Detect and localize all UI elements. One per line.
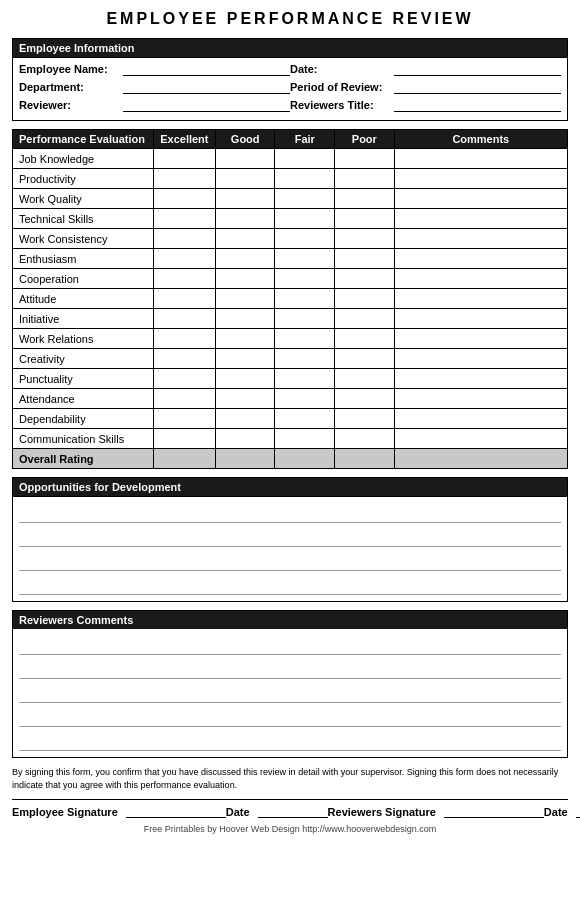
rating-good-cell[interactable] xyxy=(215,369,275,389)
rating-excellent-cell[interactable] xyxy=(153,349,215,369)
rating-excellent-cell[interactable] xyxy=(153,189,215,209)
rating-good-cell[interactable] xyxy=(215,209,275,229)
comment-cell[interactable] xyxy=(394,349,567,369)
reviewer-line-2[interactable] xyxy=(19,657,561,679)
rating-fair-cell[interactable] xyxy=(275,329,335,349)
rating-poor-cell[interactable] xyxy=(335,429,395,449)
overall-comment-cell[interactable] xyxy=(394,449,567,469)
overall-fair-cell[interactable] xyxy=(275,449,335,469)
comment-cell[interactable] xyxy=(394,369,567,389)
overall-good-cell[interactable] xyxy=(215,449,275,469)
reviewers-title-input[interactable] xyxy=(394,98,561,112)
rating-good-cell[interactable] xyxy=(215,429,275,449)
rating-excellent-cell[interactable] xyxy=(153,249,215,269)
reviewer-input[interactable] xyxy=(123,98,290,112)
rating-excellent-cell[interactable] xyxy=(153,309,215,329)
rating-excellent-cell[interactable] xyxy=(153,369,215,389)
reviewers-sig-line[interactable] xyxy=(444,804,544,818)
date-sig-line-left[interactable] xyxy=(258,804,328,818)
comment-cell[interactable] xyxy=(394,389,567,409)
rating-poor-cell[interactable] xyxy=(335,209,395,229)
rating-excellent-cell[interactable] xyxy=(153,269,215,289)
rating-excellent-cell[interactable] xyxy=(153,169,215,189)
reviewer-line-5[interactable] xyxy=(19,729,561,751)
rating-excellent-cell[interactable] xyxy=(153,149,215,169)
rating-good-cell[interactable] xyxy=(215,329,275,349)
rating-good-cell[interactable] xyxy=(215,249,275,269)
rating-excellent-cell[interactable] xyxy=(153,209,215,229)
rating-good-cell[interactable] xyxy=(215,349,275,369)
rating-good-cell[interactable] xyxy=(215,389,275,409)
rating-fair-cell[interactable] xyxy=(275,289,335,309)
rating-fair-cell[interactable] xyxy=(275,229,335,249)
rating-fair-cell[interactable] xyxy=(275,209,335,229)
dev-line-2[interactable] xyxy=(19,525,561,547)
rating-poor-cell[interactable] xyxy=(335,349,395,369)
rating-poor-cell[interactable] xyxy=(335,269,395,289)
rating-poor-cell[interactable] xyxy=(335,369,395,389)
rating-good-cell[interactable] xyxy=(215,289,275,309)
rating-good-cell[interactable] xyxy=(215,409,275,429)
comment-cell[interactable] xyxy=(394,209,567,229)
comment-cell[interactable] xyxy=(394,189,567,209)
department-input[interactable] xyxy=(123,80,290,94)
rating-excellent-cell[interactable] xyxy=(153,329,215,349)
date-input[interactable] xyxy=(394,62,561,76)
dev-line-4[interactable] xyxy=(19,573,561,595)
rating-poor-cell[interactable] xyxy=(335,149,395,169)
dev-line-3[interactable] xyxy=(19,549,561,571)
rating-poor-cell[interactable] xyxy=(335,329,395,349)
reviewer-line-4[interactable] xyxy=(19,705,561,727)
comment-cell[interactable] xyxy=(394,269,567,289)
comment-cell[interactable] xyxy=(394,289,567,309)
rating-excellent-cell[interactable] xyxy=(153,429,215,449)
rating-fair-cell[interactable] xyxy=(275,269,335,289)
reviewer-line-3[interactable] xyxy=(19,681,561,703)
rating-excellent-cell[interactable] xyxy=(153,289,215,309)
rating-poor-cell[interactable] xyxy=(335,169,395,189)
rating-fair-cell[interactable] xyxy=(275,369,335,389)
comment-cell[interactable] xyxy=(394,149,567,169)
rating-poor-cell[interactable] xyxy=(335,389,395,409)
rating-excellent-cell[interactable] xyxy=(153,409,215,429)
rating-poor-cell[interactable] xyxy=(335,189,395,209)
comment-cell[interactable] xyxy=(394,169,567,189)
rating-good-cell[interactable] xyxy=(215,309,275,329)
dev-line-1[interactable] xyxy=(19,501,561,523)
rating-fair-cell[interactable] xyxy=(275,309,335,329)
rating-good-cell[interactable] xyxy=(215,229,275,249)
comment-cell[interactable] xyxy=(394,309,567,329)
rating-fair-cell[interactable] xyxy=(275,149,335,169)
reviewer-line-1[interactable] xyxy=(19,633,561,655)
comment-cell[interactable] xyxy=(394,249,567,269)
rating-poor-cell[interactable] xyxy=(335,229,395,249)
rating-good-cell[interactable] xyxy=(215,269,275,289)
employee-sig-line[interactable] xyxy=(126,804,226,818)
rating-poor-cell[interactable] xyxy=(335,409,395,429)
rating-good-cell[interactable] xyxy=(215,169,275,189)
comment-cell[interactable] xyxy=(394,429,567,449)
rating-fair-cell[interactable] xyxy=(275,169,335,189)
rating-excellent-cell[interactable] xyxy=(153,389,215,409)
overall-poor-cell[interactable] xyxy=(335,449,395,469)
development-section: Opportunities for Development xyxy=(12,477,568,602)
rating-fair-cell[interactable] xyxy=(275,189,335,209)
period-input[interactable] xyxy=(394,80,561,94)
date-sig-line-right[interactable] xyxy=(576,804,580,818)
rating-fair-cell[interactable] xyxy=(275,349,335,369)
comment-cell[interactable] xyxy=(394,229,567,249)
rating-poor-cell[interactable] xyxy=(335,249,395,269)
overall-excellent-cell[interactable] xyxy=(153,449,215,469)
rating-good-cell[interactable] xyxy=(215,189,275,209)
rating-excellent-cell[interactable] xyxy=(153,229,215,249)
rating-poor-cell[interactable] xyxy=(335,309,395,329)
rating-fair-cell[interactable] xyxy=(275,409,335,429)
comment-cell[interactable] xyxy=(394,409,567,429)
rating-fair-cell[interactable] xyxy=(275,389,335,409)
comment-cell[interactable] xyxy=(394,329,567,349)
rating-poor-cell[interactable] xyxy=(335,289,395,309)
employee-name-input[interactable] xyxy=(123,62,290,76)
rating-good-cell[interactable] xyxy=(215,149,275,169)
rating-fair-cell[interactable] xyxy=(275,429,335,449)
rating-fair-cell[interactable] xyxy=(275,249,335,269)
